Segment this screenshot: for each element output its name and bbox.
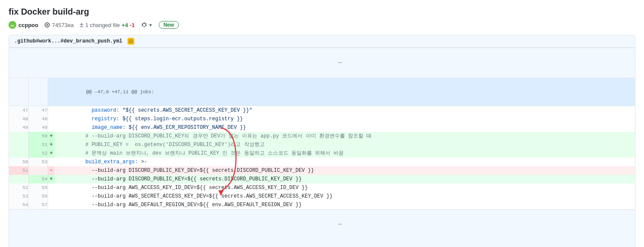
line-old-empty-51 xyxy=(9,140,28,149)
line-code-49: image_name: ${{ env.AWS_ECR_REPOSITORY_N… xyxy=(54,123,635,132)
line-code-add50: # --build-arg DISCORD_PUBLIC_KEY의 경우만 DE… xyxy=(54,132,635,140)
table-row: 47 47 password: "${{ secrets.AWS_SECRET_… xyxy=(9,106,635,115)
gear-dropdown-arrow: ▼ xyxy=(148,23,153,27)
deletions-count: -1 xyxy=(130,22,135,28)
line-sign-5457 xyxy=(48,201,54,210)
line-new-51: 51 xyxy=(28,140,48,149)
line-code-5255: --build-arg AWS_ACCESS_KEY_ID_DEV=${{ se… xyxy=(54,183,635,192)
table-row: 48 48 registry: ${{ steps.login-ecr.outp… xyxy=(9,115,635,123)
table-row: 52 + # 문맥상 main 브랜치나, dev 브랜치나 PUBLIC_KE… xyxy=(9,149,635,158)
author-name[interactable]: ccppoo xyxy=(18,22,38,28)
diff-file-name[interactable]: .github#work...#dev_branch_push.yml xyxy=(14,38,122,44)
commit-meta: cc ccppoo 74573ea ± 1 changed file +4 -1… xyxy=(9,21,635,29)
hunk-header-row: @@ -47,8 +47,11 @@ jobs: xyxy=(9,78,635,106)
line-sign-add51: + xyxy=(48,140,54,149)
line-sign-5255 xyxy=(48,183,54,192)
line-old-48: 48 xyxy=(9,115,28,123)
line-new-56: 56 xyxy=(28,192,48,201)
line-code-rem51: --build-arg DISCORD_PUBLIC_KEY_DEV=${{ s… xyxy=(54,166,635,175)
hunk-new-num xyxy=(28,78,48,106)
line-code-5356: --build-arg AWS_SECRET_ACCESS_KEY_DEV=${… xyxy=(54,192,635,201)
line-sign-5356 xyxy=(48,192,54,201)
expand-dots-bottom: ⋯ xyxy=(338,221,342,228)
expander-bottom[interactable]: ⋯ ↓ xyxy=(9,210,635,247)
author: cc ccppoo xyxy=(9,21,38,29)
table-row: 51 - --build-arg DISCORD_PUBLIC_KEY_DEV=… xyxy=(9,166,635,175)
line-new-52: 52 xyxy=(28,149,48,158)
line-new-48: 48 xyxy=(28,115,48,123)
line-old-50: 50 xyxy=(9,158,28,166)
table-row: 51 + # PUBLIC_KEY = os.getenv('DISCORD_P… xyxy=(9,140,635,149)
table-row: 49 49 image_name: ${{ env.AWS_ECR_REPOSI… xyxy=(9,123,635,132)
table-row: 53 56 --build-arg AWS_SECRET_ACCESS_KEY_… xyxy=(9,192,635,201)
line-code-48: registry: ${{ steps.login-ecr.outputs.re… xyxy=(54,115,635,123)
line-old-52: 52 xyxy=(9,183,28,192)
changed-files-count[interactable]: 1 changed file xyxy=(85,22,120,28)
hunk-header-text: @@ -47,8 +47,11 @@ jobs: xyxy=(86,89,154,95)
line-old-empty-54 xyxy=(9,175,28,183)
line-code-5457: --build-arg AWS_DEFAULT_REGION_DEV=${{ e… xyxy=(54,201,635,210)
expand-dots-top: ⋯ xyxy=(338,59,342,66)
line-sign-48 xyxy=(48,115,54,123)
line-old-51: 51 xyxy=(9,166,28,175)
svg-text:cc: cc xyxy=(11,24,15,27)
expander-top[interactable]: ⋯ xyxy=(9,48,635,78)
line-new-49: 49 xyxy=(28,123,48,132)
table-row: 50 + # --build-arg DISCORD_PUBLIC_KEY의 경… xyxy=(9,132,635,140)
line-old-47: 47 xyxy=(9,106,28,115)
svg-point-3 xyxy=(46,24,48,26)
line-new-57: 57 xyxy=(28,201,48,210)
line-sign-47 xyxy=(48,106,54,115)
line-sign-49 xyxy=(48,123,54,132)
line-new-55: 55 xyxy=(28,183,48,192)
line-new-empty-51 xyxy=(28,166,48,175)
diff-table: ⋯ @@ -47,8 +47,11 @@ jobs: 47 47 xyxy=(9,48,635,247)
author-avatar: cc xyxy=(9,21,16,29)
line-sign-5053 xyxy=(48,158,54,166)
commit-title: fix Docker build-arg xyxy=(9,7,635,17)
gear-icon xyxy=(141,21,148,28)
table-row: 54 + --build-arg DISCORD_PUBLIC_KEY=${{ … xyxy=(9,175,635,183)
line-new-53: 53 xyxy=(28,158,48,166)
line-old-empty-50 xyxy=(9,132,28,140)
line-code-5053: build_extra_args: >- xyxy=(54,158,635,166)
line-sign-add52: + xyxy=(48,149,54,158)
gear-button[interactable]: ▼ xyxy=(141,21,153,28)
line-code-47: password: "${{ secrets.AWS_SECRET_ACCESS… xyxy=(54,106,635,115)
table-row: 50 53 build_extra_args: >- xyxy=(9,158,635,166)
commit-hash-container: 74573ea xyxy=(44,22,74,28)
diff-file-header: .github#work...#dev_branch_push.yml xyxy=(9,35,635,48)
plus-minus-icon: ± xyxy=(80,21,84,29)
line-code-add54: --build-arg DISCORD_PUBLIC_KEY=${{ secre… xyxy=(54,175,635,183)
line-sign-add54: + xyxy=(48,175,54,183)
new-badge: New xyxy=(159,21,179,29)
line-sign-rem51: - xyxy=(48,166,54,175)
line-new-50: 50 xyxy=(28,132,48,140)
table-row: 52 55 --build-arg AWS_ACCESS_KEY_ID_DEV=… xyxy=(9,183,635,192)
line-old-54: 54 xyxy=(9,201,28,210)
hunk-old-num xyxy=(9,78,28,106)
file-note-icon xyxy=(127,38,134,45)
table-row: 54 57 --build-arg AWS_DEFAULT_REGION_DEV… xyxy=(9,201,635,210)
note-icon xyxy=(129,39,133,43)
line-sign-add50: + xyxy=(48,132,54,140)
commit-icon xyxy=(44,22,50,28)
line-code-add51: # PUBLIC_KEY = os.getenv('DISCORD_PUBLIC… xyxy=(54,140,635,149)
line-old-49: 49 xyxy=(9,123,28,132)
commit-hash[interactable]: 74573ea xyxy=(52,22,74,28)
line-new-54: 54 xyxy=(28,175,48,183)
line-old-53: 53 xyxy=(9,192,28,201)
additions-count: +4 xyxy=(122,22,128,28)
line-old-empty-52 xyxy=(9,149,28,158)
line-code-add52: # 문맥상 main 브랜치나, dev 브랜치나 PUBLIC_KEY 인 것… xyxy=(54,149,635,158)
diff-container: .github#work...#dev_branch_push.yml ⋯ xyxy=(9,35,635,247)
changed-files: ± 1 changed file +4 -1 xyxy=(80,21,135,29)
line-new-47: 47 xyxy=(28,106,48,115)
